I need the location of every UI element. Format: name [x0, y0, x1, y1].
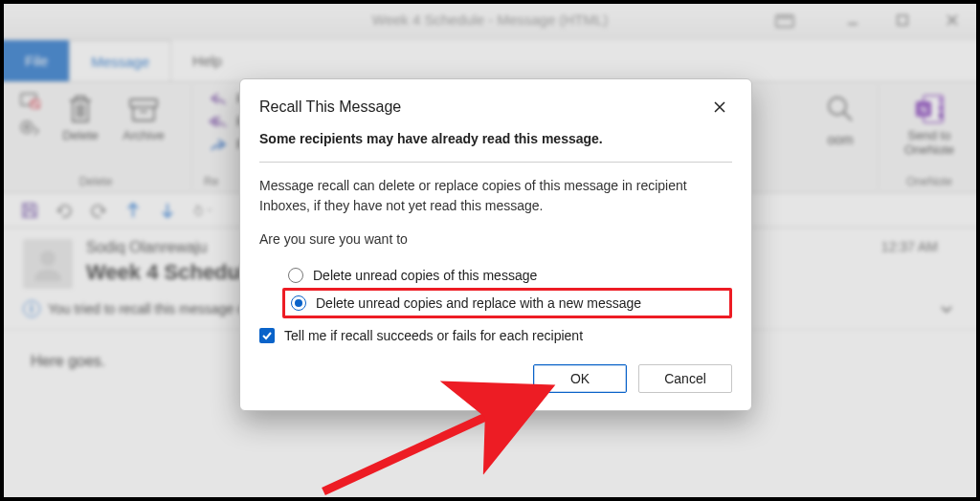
dialog-warning: Some recipients may have already read th…	[259, 131, 732, 146]
radio-delete-unread-label: Delete unread copies of this message	[313, 268, 537, 283]
recall-dialog: Recall This Message Some recipients may …	[239, 78, 752, 411]
cancel-button[interactable]: Cancel	[638, 364, 732, 393]
dialog-prompt: Are you sure you want to	[259, 229, 732, 250]
radio-delete-unread[interactable]: Delete unread copies of this message	[282, 263, 732, 288]
radio-delete-and-replace-label: Delete unread copies and replace with a …	[316, 295, 641, 311]
ok-button[interactable]: OK	[533, 364, 627, 393]
dialog-description: Message recall can delete or replace cop…	[259, 176, 732, 216]
radio-delete-and-replace[interactable]: Delete unread copies and replace with a …	[282, 288, 732, 318]
dialog-close-icon[interactable]	[707, 95, 732, 120]
radio-off-icon	[288, 268, 303, 283]
checkbox-tell-me-label: Tell me if recall succeeds or fails for …	[284, 328, 583, 343]
radio-on-icon	[291, 295, 306, 311]
dialog-title: Recall This Message	[259, 98, 401, 116]
checkbox-on-icon	[259, 328, 275, 343]
checkbox-tell-me[interactable]: Tell me if recall succeeds or fails for …	[259, 328, 732, 343]
dialog-divider	[259, 162, 732, 163]
